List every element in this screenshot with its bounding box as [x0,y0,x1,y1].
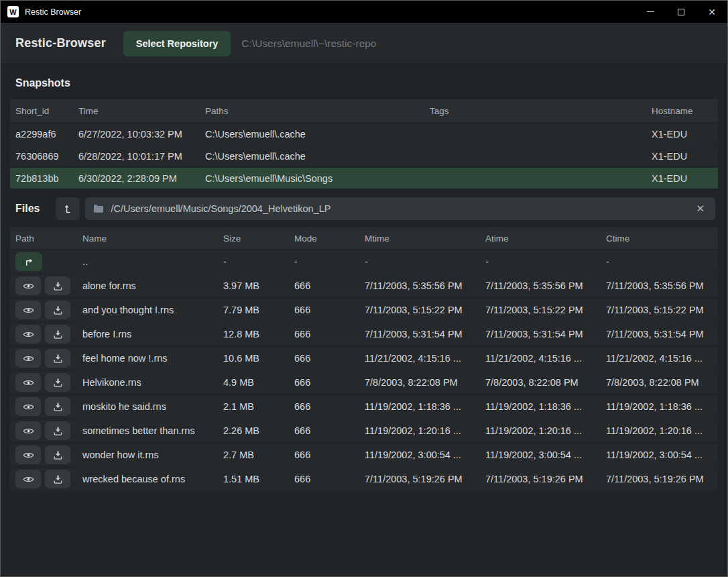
file-row: before I.rns12.8 MB6667/11/2003, 5:31:54… [10,323,718,347]
snapshot-hostname: X1-EDU [652,129,718,140]
col-mtime: Mtime [365,233,485,244]
view-file-button[interactable] [15,349,41,368]
download-icon [53,329,63,339]
window-title: Restic Browser [25,7,81,17]
file-size: 2.7 MB [223,450,294,460]
file-atime: - [485,256,606,267]
snapshots-heading: Snapshots [15,77,713,89]
restore-file-button[interactable] [45,301,70,319]
file-row: and you thought I.rns7.79 MB6667/11/2003… [10,299,718,323]
files-heading: Files [15,203,40,215]
snapshot-row[interactable]: 72b813bb6/30/2022, 2:28:09 PMC:\Users\em… [10,168,718,190]
files-bar: Files /C/Users/emuell/Music/Songs/2004_H… [1,190,727,227]
file-row: feel home now !.rns10.6 MB66611/21/2002,… [10,347,718,371]
file-row: wrecked because of.rns1.51 MB6667/11/200… [10,468,718,492]
file-mode: 666 [294,305,365,315]
download-icon [53,354,63,364]
snapshot-paths: C:\Users\emuell\Music\Songs [205,173,430,184]
clear-path-button[interactable]: ✕ [693,201,707,216]
restore-file-button[interactable] [45,397,70,416]
file-size: - [223,256,294,267]
snapshot-time: 6/28/2022, 10:01:17 PM [78,151,205,162]
file-mtime: 7/11/2003, 5:35:56 PM [365,280,485,291]
snapshots-rows: a2299af66/27/2022, 10:03:32 PMC:\Users\e… [10,123,718,190]
path-breadcrumb[interactable]: /C/Users/emuell/Music/Songs/2004_Helveti… [85,197,715,220]
restore-file-button[interactable] [45,470,70,488]
download-icon [53,450,63,460]
parent-dir-row: .. - - - - - [10,250,718,274]
file-mtime: 7/11/2003, 5:15:22 PM [365,305,485,315]
eye-icon [23,282,34,291]
file-actions [15,325,82,344]
file-name: sometimes better than.rns [82,425,223,436]
file-mtime: 7/11/2003, 5:31:54 PM [365,329,485,339]
view-file-button[interactable] [15,397,41,416]
file-mtime: - [365,256,485,267]
file-row: wonder how it.rns2.7 MB66611/19/2002, 3:… [10,443,718,468]
eye-icon [23,378,34,387]
titlebar: W Restic Browser ✕ [1,1,727,23]
file-size: 4.9 MB [223,377,294,388]
file-ctime: 11/21/2002, 4:15:16 ... [606,353,718,364]
file-ctime: 7/11/2003, 5:31:54 PM [606,329,718,339]
col-hostname: Hostname [652,106,718,116]
snapshot-row[interactable]: 763068696/28/2022, 10:01:17 PMC:\Users\e… [10,146,718,168]
file-ctime: 7/11/2003, 5:19:26 PM [606,474,718,484]
file-atime: 7/11/2003, 5:31:54 PM [485,329,606,339]
corner-up-right-icon [24,257,34,267]
file-ctime: 11/19/2002, 1:18:36 ... [606,401,718,412]
restore-file-button[interactable] [45,445,70,464]
close-button[interactable]: ✕ [696,1,727,23]
snapshots-table: Short_id Time Paths Tags Hostname a2299a… [10,99,718,190]
download-icon [53,426,63,436]
eye-icon [23,306,34,315]
select-repository-button[interactable]: Select Repository [123,31,231,56]
restore-file-button[interactable] [45,421,70,440]
snapshot-row[interactable]: a2299af66/27/2022, 10:03:32 PMC:\Users\e… [10,123,718,146]
minimize-button[interactable] [635,1,666,23]
view-file-button[interactable] [15,445,41,464]
toolbar: Restic-Browser Select Repository C:\User… [1,23,727,64]
snapshot-short-id: a2299af6 [15,129,78,140]
view-file-button[interactable] [15,373,41,392]
snapshot-paths: C:\Users\emuell\.cache [205,151,430,162]
file-ctime: 7/11/2003, 5:35:56 PM [606,280,718,291]
restore-file-button[interactable] [45,325,70,344]
file-mode: - [294,256,365,267]
view-file-button[interactable] [15,301,41,319]
view-file-button[interactable] [15,325,41,344]
snapshot-hostname: X1-EDU [652,173,718,184]
eye-icon [23,403,34,411]
file-mode: 666 [294,401,365,412]
file-actions [15,445,82,464]
go-to-root-button[interactable] [56,197,80,220]
app-title: Restic-Browser [15,36,106,50]
maximize-button[interactable] [666,1,696,23]
col-paths: Paths [205,106,430,116]
restore-file-button[interactable] [45,373,70,392]
open-parent-dir-button[interactable] [15,252,42,271]
file-mtime: 11/19/2002, 3:00:54 ... [365,450,485,460]
restore-file-button[interactable] [45,276,70,295]
file-atime: 11/21/2002, 4:15:16 ... [485,353,606,364]
app-window: W Restic Browser ✕ Restic-Browser Select… [0,0,728,577]
restore-file-button[interactable] [45,349,70,368]
eye-icon [23,354,34,363]
file-atime: 7/11/2003, 5:15:22 PM [485,305,606,315]
breadcrumb-path-text: /C/Users/emuell/Music/Songs/2004_Helveti… [111,203,693,214]
file-ctime: 7/8/2003, 8:22:08 PM [606,377,718,388]
snapshot-short-id: 72b813bb [15,173,78,184]
file-mode: 666 [294,329,365,339]
view-file-button[interactable] [15,276,41,295]
file-atime: 11/19/2002, 1:18:36 ... [485,401,606,412]
file-mode: 666 [294,474,365,484]
file-mtime: 7/11/2003, 5:19:26 PM [365,474,485,484]
view-file-button[interactable] [15,421,41,440]
view-file-button[interactable] [15,470,41,488]
snapshot-hostname: X1-EDU [652,151,718,162]
file-name: moskito he said.rns [82,401,223,412]
snapshot-paths: C:\Users\emuell\.cache [205,129,430,140]
snapshots-table-header: Short_id Time Paths Tags Hostname [10,99,718,123]
file-mtime: 11/19/2002, 1:20:16 ... [365,425,485,436]
file-row: sometimes better than.rns2.26 MB66611/19… [10,419,718,443]
